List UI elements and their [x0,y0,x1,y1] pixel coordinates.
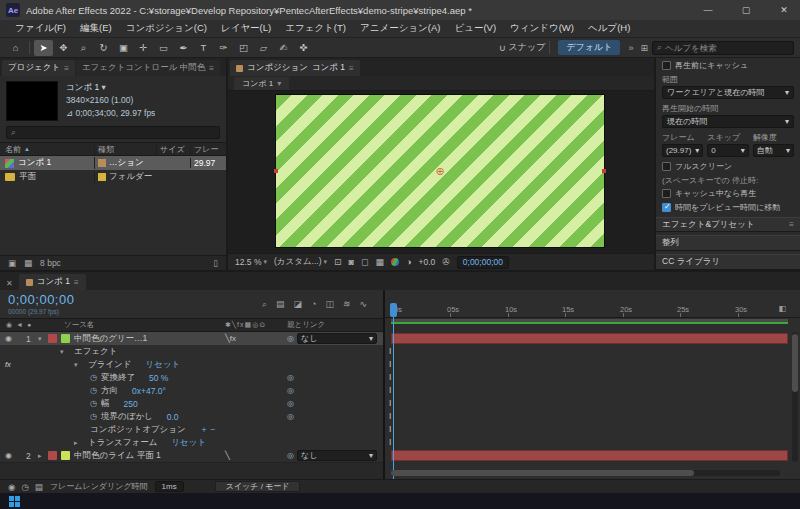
project-row-folder[interactable]: 平面 フォルダー [0,170,226,184]
group-name[interactable]: エフェクト [74,346,118,358]
project-comp-name[interactable]: コンポ 1 [66,82,99,92]
twirl-open-icon[interactable]: ▾ [38,335,48,343]
menu-animation[interactable]: アニメーション(A) [353,22,448,35]
prop-feather-row[interactable]: ◷ 境界のぼかし 0.0 ◎ [0,410,383,423]
fullscreen-checkbox[interactable] [662,162,671,171]
property-name[interactable]: 幅 [101,398,110,410]
viewer-timecode[interactable]: 0;00;00;00 [457,256,509,269]
search-icon[interactable]: ⌕ [262,299,267,310]
track-row[interactable]: I [385,410,800,423]
property-value[interactable]: 0.0 [167,412,179,422]
scrollbar-thumb[interactable] [391,470,694,476]
windows-start-icon[interactable] [9,496,20,507]
timeline-horizontal-scrollbar[interactable] [391,470,780,476]
stopwatch-icon[interactable]: ◷ [90,412,97,421]
stopwatch-icon[interactable]: ◷ [90,399,97,408]
track-row[interactable]: I [385,371,800,384]
tab-project[interactable]: プロジェクト ≡ [2,60,75,76]
snapshot-icon[interactable]: ✇ [442,257,450,267]
pickwhip-icon[interactable]: ◎ [287,399,294,408]
property-name[interactable]: 変換終了 [101,372,135,384]
property-value[interactable]: 50 % [149,373,168,383]
caret-down-icon[interactable]: ▾ [102,82,106,92]
roto-brush-tool-icon[interactable]: ✍ [274,40,293,56]
reset-link[interactable]: リセット [171,437,206,449]
comp-marker-bin-icon[interactable]: ◧ [778,304,786,313]
move-time-row[interactable]: 時間をプレビュー時間に移動 [656,200,800,214]
play-from-dropdown[interactable]: 現在の時間 ▾ [662,115,794,128]
type-tool-icon[interactable]: T [194,40,213,56]
panel-menu-icon[interactable]: ≡ [74,278,79,287]
track-row[interactable]: I [385,358,800,371]
column-type[interactable]: 種類 [94,144,156,155]
panel-menu-icon[interactable]: ≡ [209,64,214,73]
layer-handle-left[interactable] [274,169,278,173]
pickwhip-icon[interactable]: ◎ [287,451,294,460]
layer-name[interactable]: 中間色のグリー…1 [74,333,147,345]
parent-dropdown[interactable]: なし ▾ [297,333,377,344]
layer-row-2[interactable]: ◉ 2 ▸ 中間色のライム 平面 1 ╲ ◎ なし [0,449,383,462]
label-color-chip[interactable] [48,334,57,343]
cc-libraries-section[interactable]: CC ライブラリ [656,254,800,270]
tab-effect-controls[interactable]: エフェクトコントロール 中間色 ≡ [76,60,220,76]
snap-label[interactable]: スナップ [509,41,546,54]
layer-duration-bar[interactable] [391,333,788,344]
eraser-tool-icon[interactable]: ▱ [254,40,273,56]
tab-composition[interactable]: コンポジション コンポ 1 ≡ [230,60,360,76]
track-row[interactable]: I [385,345,800,358]
menu-layer[interactable]: レイヤー(L) [214,22,278,35]
exposure-icon[interactable]: ◑ [406,257,411,267]
track-row[interactable]: I [385,436,800,449]
color-depth-label[interactable]: 8 bpc [40,258,61,268]
comp-image-striped-plane[interactable]: ⊕ [275,94,605,248]
panel-menu-icon[interactable]: ≡ [349,64,354,73]
track-row-layer-2[interactable] [385,449,800,462]
resolution-dropdown[interactable]: (カスタム...) ▾ [274,256,327,268]
timeline-vertical-scrollbar[interactable] [792,332,798,462]
trash-icon[interactable]: ▯ [213,258,218,268]
help-search-input[interactable] [665,43,789,53]
track-row[interactable]: I [385,423,800,436]
motion-blur-icon[interactable]: ≋ [343,299,351,310]
scrollbar-thumb[interactable] [792,334,798,392]
composition-viewer[interactable]: ⊕ [228,91,654,253]
switches-column[interactable]: ✱╲fx▦◎⊙ [225,321,287,329]
close-button[interactable]: ✕ [768,0,800,20]
label-color-chip[interactable] [48,451,57,460]
menu-effect[interactable]: エフェクト(T) [278,22,353,35]
reset-link[interactable]: リセット [146,359,181,371]
track-row[interactable]: I [385,384,800,397]
transform-group-row[interactable]: ▸ トランスフォーム リセット [0,436,383,449]
anchor-point-icon[interactable]: ⊕ [435,165,444,178]
effect-name[interactable]: ブラインド [88,359,132,371]
current-time-indicator-handle[interactable] [390,303,397,317]
cache-before-playback-row[interactable]: 再生前にキャッシュ [656,58,800,72]
timeline-timecode[interactable]: 0;00;00;00 [8,293,74,307]
safe-zones-icon[interactable]: ⊡ [334,257,342,267]
skip-dropdown[interactable]: 0 ▾ [707,144,748,157]
menu-window[interactable]: ウィンドウ(W) [503,22,581,35]
menu-composition[interactable]: コンポジション(C) [119,22,214,35]
layer-handle-right[interactable] [602,169,606,173]
pickwhip-icon[interactable]: ◎ [287,412,294,421]
pickwhip-icon[interactable]: ◎ [287,334,294,343]
stopwatch-icon[interactable]: ◷ [90,373,97,382]
orbit-tool-icon[interactable]: ↻ [94,40,113,56]
menu-edit[interactable]: 編集(E) [73,22,119,35]
render-time-icon[interactable]: ◷ [21,482,28,492]
selection-tool-icon[interactable]: ➤ [34,40,53,56]
prop-transition-completion-row[interactable]: ◷ 変換終了 50 % ◎ [0,371,383,384]
property-value[interactable]: 0x+47.0° [132,386,166,396]
move-time-checkbox[interactable] [662,203,671,212]
effects-presets-section[interactable]: エフェクト&プリセット ≡ [656,217,800,233]
hand-tool-icon[interactable]: ✥ [54,40,73,56]
twirl-closed-icon[interactable]: ▸ [38,452,48,460]
composition-mini-flowchart-icon[interactable]: ▤ [276,299,285,310]
pan-behind-tool-icon[interactable]: ✛ [134,40,153,56]
mask-visibility-icon[interactable]: ◙ [349,257,354,267]
exposure-value[interactable]: +0.0 [418,257,435,267]
channel-color-icon[interactable] [391,258,399,266]
menu-view[interactable]: ビュー(V) [447,22,503,35]
minimize-button[interactable]: — [692,0,724,20]
pen-tool-icon[interactable]: ✒ [174,40,193,56]
